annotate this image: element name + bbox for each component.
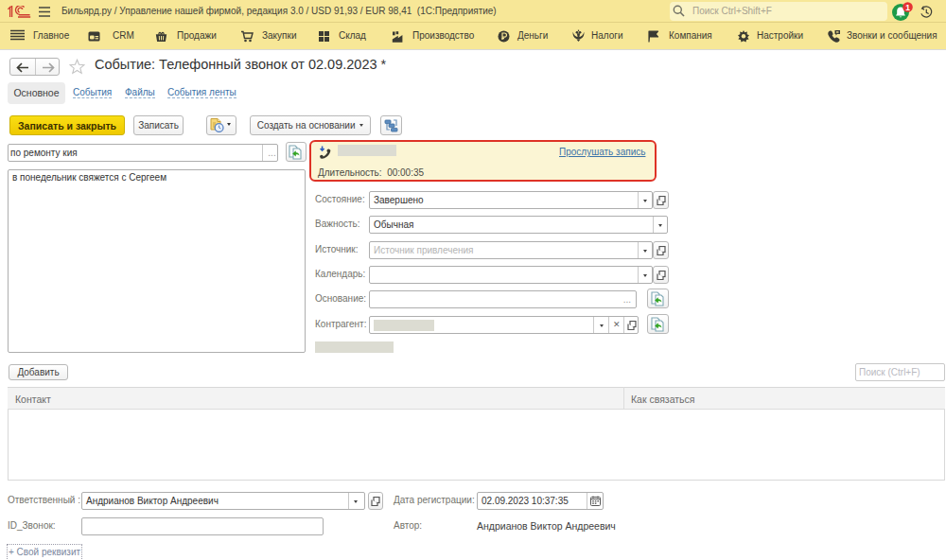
svg-text:1: 1 [905,3,910,12]
